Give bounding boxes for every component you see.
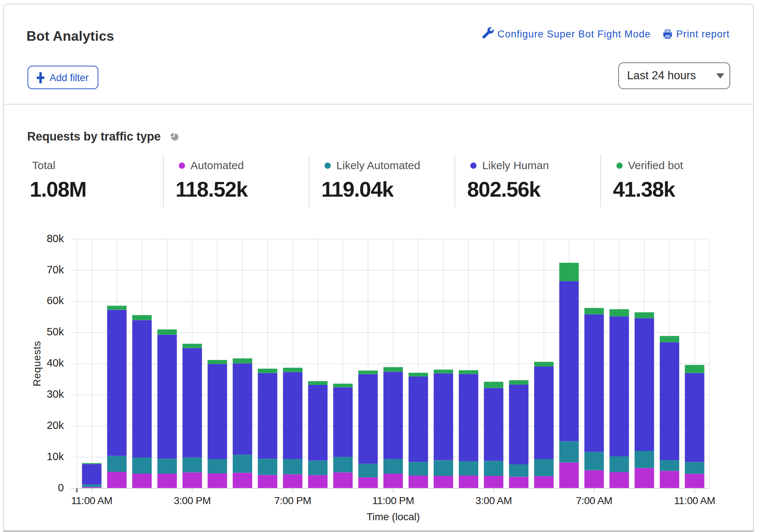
svg-text:7:00 PM: 7:00 PM <box>274 495 311 506</box>
svg-text:Requests: Requests <box>31 341 43 387</box>
svg-text:80k: 80k <box>47 233 64 244</box>
svg-text:50k: 50k <box>47 326 64 338</box>
svg-text:3:00 PM: 3:00 PM <box>174 495 211 506</box>
svg-text:Time (local): Time (local) <box>366 511 420 522</box>
svg-text:3:00 AM: 3:00 AM <box>475 495 512 506</box>
svg-text:60k: 60k <box>47 295 64 306</box>
svg-text:10k: 10k <box>47 451 64 462</box>
svg-text:7:00 AM: 7:00 AM <box>576 495 612 506</box>
svg-text:11:00 AM: 11:00 AM <box>674 495 715 506</box>
svg-text:70k: 70k <box>47 264 64 276</box>
svg-text:0: 0 <box>58 482 64 493</box>
svg-text:20k: 20k <box>47 419 64 431</box>
svg-text:11:00 PM: 11:00 PM <box>372 495 414 506</box>
svg-text:40k: 40k <box>47 357 64 369</box>
svg-text:30k: 30k <box>47 388 64 400</box>
svg-text:11:00 AM: 11:00 AM <box>71 495 112 506</box>
